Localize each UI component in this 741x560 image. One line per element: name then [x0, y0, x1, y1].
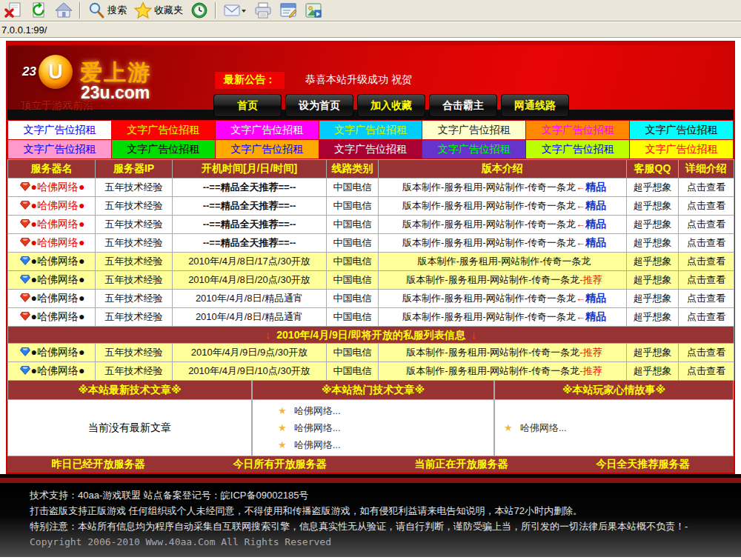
mail-button[interactable] — [219, 1, 250, 20]
blue-gem-icon — [20, 256, 30, 265]
version-info[interactable]: 版本制作-服务租用-网站制作-传奇一条龙←精品 — [379, 308, 627, 327]
version-info[interactable]: 版本制作-服务租用-网站制作-传奇一条龙←精品 — [379, 197, 627, 216]
ad-row: 文字广告位招租文字广告位招租文字广告位招租文字广告位招租文字广告位招租文字广告位… — [8, 121, 733, 139]
upcoming-separator-row: ↓2010年/4月/9日/即将开放的私服列表信息↓ — [8, 327, 734, 344]
server-name[interactable]: ●哈佛网络● — [8, 308, 96, 327]
open-time: 2010年/4月/8日/精品通宵 — [173, 290, 327, 308]
server-name[interactable]: ●哈佛网络● — [8, 290, 96, 308]
version-info[interactable]: 版本制作-服务租用-网站制作-传奇一条龙←精品 — [379, 216, 627, 234]
detail-link[interactable]: 点击查看 — [679, 290, 734, 308]
line-type: 中国电信 — [327, 308, 379, 327]
version-info[interactable]: 版本制作-服务租用-网站制作-传奇一条龙-推荐 — [379, 271, 627, 290]
open-time: --==精品全天推荐==-- — [173, 179, 327, 197]
detail-link[interactable]: 点击查看 — [679, 179, 734, 197]
ad-slot[interactable]: 文字广告位招租 — [526, 140, 629, 159]
ad-slot[interactable]: 文字广告位招租 — [630, 121, 733, 139]
nav-button-3[interactable]: 合击霸主 — [429, 94, 497, 117]
version-info[interactable]: 版本制作-服务租用-网站制作-传奇一条龙-推荐 — [379, 344, 627, 362]
ad-slot[interactable]: 文字广告位招租 — [216, 121, 319, 139]
ad-slot[interactable]: 文字广告位招租 — [8, 121, 111, 139]
ad-slot[interactable]: 文字广告位招租 — [526, 121, 629, 139]
nav-button-0[interactable]: 首页 — [213, 94, 282, 117]
detail-link[interactable]: 点击查看 — [679, 216, 734, 234]
history-button[interactable] — [187, 1, 212, 20]
detail-link[interactable]: 点击查看 — [679, 234, 734, 253]
bottom-link-3[interactable]: 今日全天推荐服务器 — [552, 456, 734, 473]
ad-grid: 文字广告位招租文字广告位招租文字广告位招租文字广告位招租文字广告位招租文字广告位… — [7, 120, 734, 159]
favorites-button[interactable]: 收藏夹 — [130, 1, 187, 20]
server-name[interactable]: ●哈佛网络● — [8, 362, 96, 381]
nav-button-1[interactable]: 设为首页 — [285, 94, 353, 117]
service-qq: 超乎想象 — [627, 344, 679, 362]
detail-link[interactable]: 点击查看 — [679, 197, 734, 216]
print-button[interactable] — [250, 1, 276, 20]
ad-slot[interactable]: 文字广告位招租 — [422, 140, 525, 159]
search-button[interactable]: 搜索 — [84, 1, 130, 20]
ad-slot[interactable]: 文字广告位招租 — [8, 140, 111, 159]
bottom-link-1[interactable]: 今日所有开放服务器 — [189, 456, 370, 473]
version-info[interactable]: 版本制作-服务租用-网站制作-传奇一条龙-推荐 — [379, 362, 627, 381]
version-info[interactable]: 版本制作-服务租用-网站制作-传奇一条龙 — [379, 253, 627, 271]
bottom-link-2[interactable]: 当前正在开放服务器 — [370, 456, 552, 473]
server-name[interactable]: ●哈佛网络● — [8, 197, 96, 216]
detail-link[interactable]: 点击查看 — [679, 271, 734, 290]
address-text: 7.0.0.1:99/ — [1, 24, 47, 36]
article-link[interactable]: ★哈佛网络... — [278, 419, 494, 436]
nav-button-4[interactable]: 网通线路 — [501, 94, 569, 117]
separator-text: 2010年/4月/9日/即将开放的私服列表信息 — [276, 329, 465, 341]
ad-slot[interactable]: 文字广告位招租 — [112, 121, 215, 139]
address-bar[interactable]: 7.0.0.1:99/ — [0, 21, 741, 38]
server-name[interactable]: ●哈佛网络● — [8, 234, 96, 253]
ad-slot[interactable]: 文字广告位招租 — [630, 140, 733, 159]
section-header-0: ※本站最新技术文章※ — [7, 381, 252, 400]
media-button[interactable] — [301, 1, 326, 20]
home-button[interactable] — [51, 1, 76, 20]
version-info[interactable]: 版本制作-服务租用-网站制作-传奇一条龙←精品 — [379, 179, 627, 197]
edit-button[interactable] — [276, 1, 301, 20]
bottom-link-0[interactable]: 昨日已经开放服务器 — [7, 456, 189, 473]
detail-link[interactable]: 点击查看 — [679, 308, 734, 327]
ad-slot[interactable]: 文字广告位招租 — [216, 140, 319, 159]
server-ip: 五年技术经验 — [96, 308, 173, 327]
server-name[interactable]: ●哈佛网络● — [8, 271, 96, 290]
stop-button[interactable] — [1, 1, 26, 20]
server-name[interactable]: ●哈佛网络● — [8, 179, 96, 197]
version-info[interactable]: 版本制作-服务租用-网站制作-传奇一条龙←精品 — [379, 234, 627, 253]
detail-link[interactable]: 点击查看 — [679, 362, 734, 381]
detail-link[interactable]: 点击查看 — [679, 344, 734, 362]
red-gem-icon — [20, 238, 30, 247]
server-name[interactable]: ●哈佛网络● — [8, 344, 96, 362]
footer-line: 特别注意：本站所有信息均为程序自动采集自互联网搜索引擎，信息真实性无从验证，请自… — [30, 519, 741, 534]
browser-toolbar: 搜索 收藏夹 — [0, 0, 741, 21]
line-type: 中国电信 — [327, 271, 379, 290]
ad-slot[interactable]: 文字广告位招租 — [319, 140, 422, 159]
article-link[interactable]: ★哈佛网络... — [278, 436, 494, 453]
red-gem-icon — [20, 293, 30, 302]
article-link[interactable]: ★哈佛网络... — [278, 402, 494, 419]
ad-slot[interactable]: 文字广告位招租 — [422, 121, 525, 139]
star-bullet-icon: ★ — [504, 422, 513, 433]
open-time: 2010年/4月/8日/20点/30开放 — [173, 271, 327, 290]
refresh-button[interactable] — [26, 1, 51, 20]
detail-link[interactable]: 点击查看 — [679, 253, 734, 271]
article-link[interactable]: ★哈佛网络... — [495, 419, 567, 436]
ad-slot[interactable]: 文字广告位招租 — [319, 121, 422, 139]
footer-line: 技术支持：40aa-游戏联盟 站点备案登记号：皖ICP备09002185号 — [30, 487, 741, 503]
server-name[interactable]: ●哈佛网络● — [8, 216, 96, 234]
footer-line: 打击盗版支持正版游戏 任何组织或个人未经同意，不得使用和传播盗版游戏，如有侵犯利… — [30, 503, 741, 519]
server-name[interactable]: ●哈佛网络● — [8, 253, 96, 271]
version-info[interactable]: 版本制作-服务租用-网站制作-传奇一条龙←精品 — [379, 290, 627, 308]
line-type: 中国电信 — [327, 290, 379, 308]
server-ip: 五年技术经验 — [96, 234, 173, 253]
open-time: 2010年/4月/9日/9点/30开放 — [173, 344, 327, 362]
toolbar-separator — [215, 2, 216, 19]
nav-button-2[interactable]: 加入收藏 — [357, 94, 425, 117]
ad-slot[interactable]: 文字广告位招租 — [112, 140, 215, 159]
logo-ball-icon[interactable]: U — [39, 55, 73, 89]
favorites-star-icon — [134, 1, 152, 19]
service-qq: 超乎想象 — [627, 290, 679, 308]
edit-icon — [279, 1, 297, 19]
column-header: 客服QQ — [627, 160, 679, 179]
section-header-2: ※本站玩家心情故事※ — [494, 381, 734, 400]
star-bullet-icon: ★ — [278, 439, 287, 450]
